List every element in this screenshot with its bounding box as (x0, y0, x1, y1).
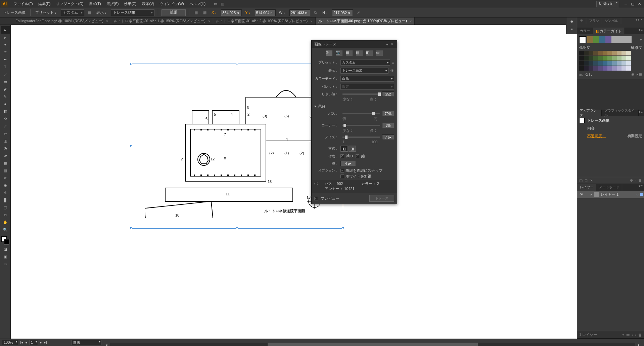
paintbrush-tool[interactable]: 🖌 (1, 85, 10, 93)
panel-tab[interactable]: ブラシ (586, 17, 602, 24)
preset-menu-icon[interactable]: ≡ (392, 61, 394, 65)
preset-auto-icon[interactable]: ⟳ (326, 50, 332, 56)
maximize-button[interactable]: ▢ (629, 1, 636, 7)
panel-menu-icon[interactable]: ▾≡ (639, 28, 643, 34)
gradient-tool[interactable]: ▤ (1, 167, 10, 174)
eraser-tool[interactable]: ◧ (1, 108, 10, 115)
resize-handle[interactable] (236, 63, 238, 65)
harmony-swatch[interactable] (605, 36, 611, 43)
resize-handle[interactable] (130, 63, 132, 65)
symbol-sprayer-tool[interactable]: ✲ (1, 189, 10, 196)
right-dock-collapsed[interactable]: ◆ ≡ (566, 17, 577, 34)
graph-tool[interactable]: ▊ (1, 196, 10, 204)
free-transform-tool[interactable]: ◫ (1, 137, 10, 145)
mode-dropdown[interactable]: 白黒 (340, 76, 394, 82)
duplicate-icon[interactable]: ▫ (635, 178, 636, 183)
create-fill-checkbox[interactable]: ✓ (340, 154, 344, 158)
close-tab-icon[interactable]: × (310, 19, 312, 23)
screen-mode-icon[interactable]: ▭ (1, 260, 10, 268)
x-input[interactable] (221, 9, 242, 16)
panel-collapse-icon[interactable]: ◂◂ (635, 17, 639, 24)
menu-window[interactable]: ウィンドウ(W) (157, 0, 187, 8)
scale-icon[interactable]: ⤢ (355, 9, 362, 16)
dock-icon[interactable]: ≡ (567, 25, 577, 32)
method-overlapping-icon[interactable]: ◨ (349, 146, 356, 152)
panel-tab-colorguide[interactable]: ◧カラーガイド (593, 28, 625, 34)
noise-slider[interactable] (342, 137, 380, 138)
ignore-white-checkbox[interactable] (340, 175, 344, 178)
scroll-left-icon[interactable]: ◂ (105, 343, 107, 346)
appearance-opacity-row[interactable]: 不透明度： 初期設定 (577, 132, 644, 140)
zoom-tool[interactable]: 🔍 (1, 226, 10, 233)
pencil-tool[interactable]: ✎ (1, 93, 10, 100)
menu-type[interactable]: 書式(T) (86, 0, 104, 8)
nav-first-icon[interactable]: |◂ (20, 340, 23, 345)
delete-layer-icon[interactable]: 🗑 (638, 333, 642, 337)
view-dropdown[interactable]: トレース結果 (111, 9, 154, 16)
view-eye-icon[interactable]: 👁 (390, 69, 394, 73)
rectangle-tool[interactable]: ▭ (1, 78, 10, 85)
trace-button[interactable]: トレース (369, 195, 394, 202)
color-variations-grid[interactable] (579, 51, 642, 71)
artboard-tool[interactable]: ▢ (1, 204, 10, 211)
add-effect-icon[interactable]: fx. (590, 178, 594, 183)
method-abutting-icon[interactable]: ◧ (340, 146, 348, 152)
pen-tool[interactable]: ✒ (1, 56, 10, 63)
trace-options-icon[interactable]: ▦ (86, 9, 93, 16)
y-input[interactable] (255, 9, 276, 16)
preset-bw-icon[interactable]: ◧ (366, 50, 373, 56)
resize-handle[interactable] (130, 145, 132, 147)
close-tab-icon[interactable]: × (208, 19, 210, 23)
save-group-icon[interactable]: ▸▦ (637, 72, 642, 77)
doc-tab[interactable]: ル・トロネ平面図-01.ai* : 2 @ 100% (RGB/プレビュー)× (213, 17, 315, 25)
harmony-swatch[interactable] (587, 36, 593, 43)
harmony-swatch[interactable] (593, 36, 599, 43)
view-dropdown[interactable]: トレース結果 (340, 68, 388, 74)
new-sublayer-icon[interactable]: ▫ (632, 333, 633, 337)
panel-tab[interactable]: チ (577, 17, 586, 24)
slice-tool[interactable]: ✂ (1, 211, 10, 219)
eyedropper-tool[interactable]: ✑ (1, 174, 10, 182)
nav-prev-icon[interactable]: ◂ (25, 340, 27, 345)
artboard-nav-dropdown[interactable]: 1 (29, 340, 38, 345)
panel-menu-icon[interactable]: ▾≡ (639, 184, 643, 191)
expand-button[interactable]: 拡張 (162, 9, 186, 16)
panel-tab[interactable]: シンボル (602, 17, 621, 24)
resize-handle[interactable] (236, 227, 238, 229)
nav-last-icon[interactable]: ▸| (44, 340, 47, 345)
panel-tab-appearance[interactable]: アピアランス (577, 110, 602, 116)
expand-layer-icon[interactable]: ▸ (591, 192, 593, 197)
close-tab-icon[interactable]: × (410, 19, 412, 23)
w-input[interactable] (289, 9, 310, 16)
h-input[interactable] (332, 9, 353, 16)
harmony-swatch[interactable] (599, 36, 605, 43)
close-button[interactable]: ✕ (636, 1, 643, 7)
delete-icon[interactable]: 🗑 (638, 178, 642, 183)
blend-tool[interactable]: ◉ (1, 182, 10, 189)
visibility-toggle-icon[interactable]: 👁 (579, 192, 584, 196)
perspective-tool[interactable]: ▱ (1, 152, 10, 159)
preset-outline-icon[interactable]: ▭ (376, 50, 383, 56)
status-tool-dropdown[interactable]: 選択 (71, 340, 101, 345)
panel-controls[interactable]: ◂ × (386, 42, 394, 46)
doc-tab-active[interactable]: ル・トロネ平面図-00.png* @ 100%(RGB/プレビュー)× (316, 17, 415, 25)
scroll-right-icon[interactable]: ▸ (638, 343, 640, 346)
minimize-button[interactable]: ─ (623, 1, 629, 7)
shape-builder-tool[interactable]: ◔ (1, 145, 10, 152)
panel-close-icon[interactable]: × (641, 17, 643, 24)
selection-tool[interactable]: ▸ (1, 26, 10, 34)
rotate-tool[interactable]: ⟲ (1, 115, 10, 122)
doc-layout-icon[interactable]: ▭ (212, 1, 219, 7)
close-tab-icon[interactable]: × (106, 19, 108, 23)
create-stroke-checkbox[interactable]: ✓ (356, 154, 359, 158)
workspace-switcher[interactable]: 初期設定 (596, 1, 619, 7)
panel-tab-graphic[interactable]: グラフィックスタイル (602, 110, 639, 116)
corners-input[interactable] (382, 123, 394, 128)
scale-tool[interactable]: ⤢ (1, 122, 10, 130)
target-icon[interactable]: ○ (636, 192, 639, 196)
base-color-swatch[interactable] (579, 36, 586, 43)
new-stroke-icon[interactable]: ◻ (585, 178, 588, 183)
resize-handle[interactable] (342, 227, 344, 229)
panel-title[interactable]: 画像トレース ◂ × (312, 41, 397, 48)
snap-checkbox[interactable]: ✓ (340, 169, 344, 172)
